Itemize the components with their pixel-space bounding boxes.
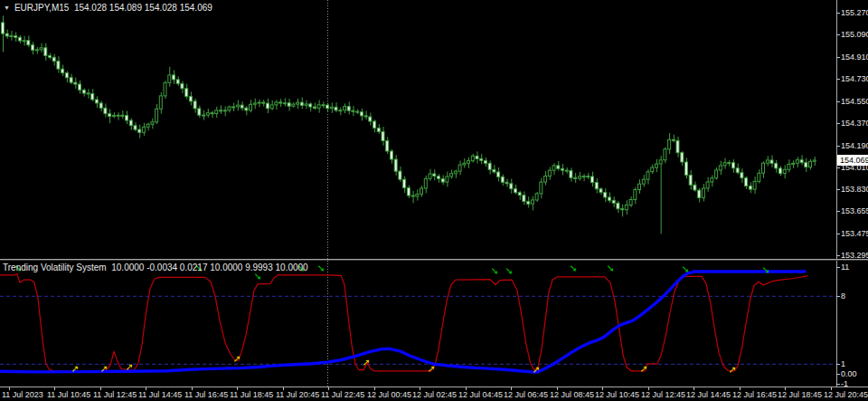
candle	[775, 163, 778, 168]
main-chart-canvas[interactable]	[0, 0, 836, 259]
candle	[326, 105, 329, 109]
time-axis-label: 11 Jul 18:45	[230, 390, 273, 399]
candle	[548, 170, 551, 176]
time-axis-label: 12 Jul 12:45	[641, 390, 685, 399]
indicator-axis-label: 1	[841, 359, 845, 368]
price-axis-tick	[836, 57, 840, 58]
price-axis-tick	[836, 146, 840, 147]
candle	[330, 107, 333, 108]
time-axis-label: 11 Jul 12:45	[93, 390, 137, 399]
candle	[578, 177, 580, 178]
price-axis-tick	[836, 79, 840, 80]
candle	[305, 104, 307, 105]
candle	[198, 109, 201, 115]
candle	[732, 163, 735, 168]
candle	[762, 163, 765, 173]
candle	[10, 36, 13, 37]
candle	[275, 102, 278, 105]
candle	[433, 174, 436, 176]
candle	[377, 128, 380, 131]
candle	[126, 116, 128, 121]
candle	[411, 196, 414, 196]
candle	[352, 110, 354, 111]
buy-arrow-icon: ➚	[232, 353, 241, 365]
indicator-axis-tick	[836, 296, 840, 297]
candle	[339, 110, 342, 111]
time-axis-label: 11 Jul 22:45	[321, 390, 364, 399]
candle	[783, 169, 786, 173]
candle	[664, 149, 666, 160]
candle	[629, 200, 632, 205]
mt4-chart-window: ▼EURJPY,M15 154.028 154.089 154.028 154.…	[0, 0, 868, 401]
buy-arrow-icon: ➚	[99, 363, 108, 375]
candle	[297, 102, 299, 104]
candle	[788, 164, 790, 169]
candle	[570, 171, 572, 178]
indicator-axis-tick	[836, 384, 840, 385]
time-axis-label: 11 Jul 14:45	[138, 390, 182, 399]
candle	[91, 94, 94, 100]
indicator-values-label: 10.0000 -0.0034 0.0217 10.0000 9.9993 10…	[111, 263, 307, 272]
candle	[399, 171, 401, 179]
candle	[203, 115, 205, 116]
candle	[651, 167, 654, 172]
candle	[621, 209, 624, 210]
time-axis-label: 12 Jul 04:45	[458, 390, 503, 399]
candle	[689, 175, 692, 185]
candle	[121, 115, 124, 116]
candle	[527, 202, 530, 205]
candle	[253, 103, 256, 104]
candle	[599, 189, 602, 193]
candle	[557, 166, 560, 168]
candle	[2, 23, 5, 33]
candle	[250, 104, 252, 110]
candle	[510, 184, 513, 189]
candle	[595, 183, 598, 189]
sell-arrow-icon: ➘	[490, 265, 498, 277]
candle	[211, 113, 213, 114]
candle	[52, 57, 55, 61]
candle	[313, 107, 316, 108]
candle	[608, 197, 610, 200]
sell-arrow-icon: ➘	[569, 263, 577, 274]
candle	[561, 168, 564, 170]
time-axis-label: 12 Jul 20:45	[824, 390, 868, 399]
candle	[458, 165, 461, 171]
candle	[471, 156, 474, 160]
price-axis-label: 154.910	[841, 53, 868, 62]
candle	[27, 41, 30, 45]
candle	[156, 109, 158, 122]
candle	[61, 69, 64, 72]
time-axis-label: 11 Jul 10:45	[47, 390, 90, 399]
indicator-axis-label: 8	[841, 291, 845, 301]
candle	[638, 184, 641, 189]
price-axis-tick	[836, 234, 840, 234]
candle	[360, 112, 363, 116]
time-axis-label: 12 Jul 08:45	[550, 390, 594, 399]
candle	[552, 166, 555, 170]
candle	[373, 121, 376, 128]
candle	[770, 160, 773, 164]
candle	[544, 177, 547, 183]
symbol-menu-icon[interactable]: ▼	[4, 5, 10, 11]
price-axis-tick	[836, 123, 840, 124]
indicator-axis-label: 11	[841, 263, 849, 272]
time-axis-label: 12 Jul 00:45	[367, 390, 411, 399]
candle	[5, 33, 8, 36]
candle	[706, 182, 709, 188]
candle	[446, 177, 448, 182]
candle	[676, 140, 679, 152]
candle	[159, 96, 162, 109]
candle	[193, 101, 196, 109]
candle	[35, 50, 38, 51]
indicator-canvas[interactable]: ➘➘➘➘➘➘➘➘➘➘➘➚➚➚➚➚➚➚➚➚	[0, 261, 836, 387]
candle	[646, 172, 649, 179]
candle	[668, 139, 671, 149]
candle	[134, 126, 137, 129]
sell-arrow-icon: ➘	[761, 264, 769, 276]
candle	[112, 115, 115, 116]
chart-title: ▼EURJPY,M15 154.028 154.089 154.028 154.…	[4, 3, 212, 13]
buy-arrow-icon: ➚	[362, 357, 370, 368]
candle	[681, 153, 684, 162]
candle	[173, 75, 175, 80]
